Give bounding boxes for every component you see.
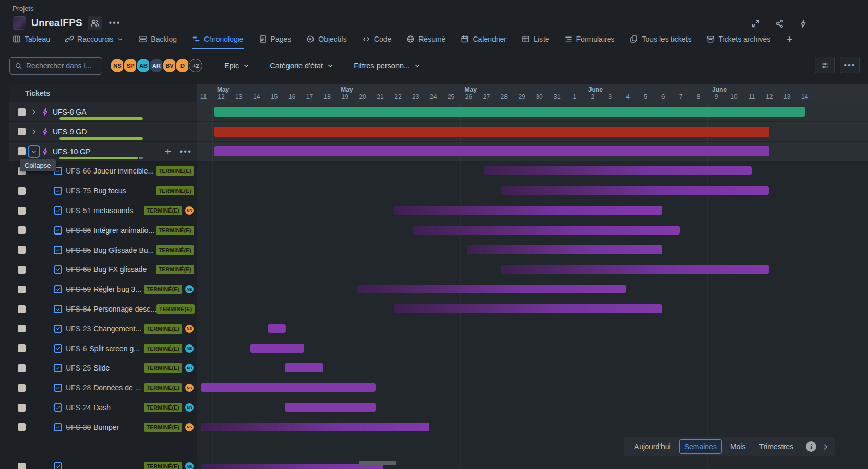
search-box[interactable] bbox=[9, 57, 102, 75]
task-title[interactable]: Bug focus bbox=[93, 187, 126, 195]
gantt-bar-ufs-84[interactable] bbox=[394, 304, 662, 313]
gantt-bar-ufs-30[interactable] bbox=[201, 423, 429, 431]
filter-avatar-overflow[interactable]: +2 bbox=[188, 58, 203, 73]
row-checkbox[interactable] bbox=[18, 266, 26, 274]
tab-code[interactable]: Code bbox=[362, 35, 391, 49]
assignee-avatar[interactable]: AB bbox=[185, 363, 194, 373]
assignee-avatar[interactable]: NS bbox=[185, 383, 194, 392]
info-icon[interactable]: i bbox=[806, 441, 816, 452]
automation-button[interactable] bbox=[796, 17, 811, 30]
today-button[interactable]: Aujourd'hui bbox=[629, 439, 676, 454]
filter-dropdown-epic[interactable]: Epic bbox=[224, 61, 250, 70]
tab-backlog[interactable]: Backlog bbox=[139, 35, 177, 49]
assignee-avatar[interactable]: AB bbox=[185, 403, 194, 412]
task-title[interactable]: metasounds bbox=[93, 206, 133, 215]
expand-toggle[interactable] bbox=[28, 106, 40, 118]
gantt-bar-ufs-75[interactable] bbox=[501, 186, 769, 195]
gantt-bar-ufs-25[interactable] bbox=[285, 363, 323, 372]
tab-formulaires[interactable]: Formulaires bbox=[564, 35, 615, 49]
row-checkbox[interactable] bbox=[18, 226, 26, 234]
fullscreen-button[interactable] bbox=[748, 17, 763, 30]
epic-label[interactable]: UFS-8 GA bbox=[53, 108, 87, 116]
gantt-bar-ufs-9-gd[interactable] bbox=[214, 127, 769, 137]
row-checkbox[interactable] bbox=[18, 325, 26, 332]
tab-tous-les-tickets[interactable]: Tous les tickets bbox=[630, 35, 691, 49]
epic-label[interactable]: UFS-9 GD bbox=[53, 128, 87, 136]
row-checkbox[interactable] bbox=[18, 463, 26, 469]
filter-dropdown-filtres-personn[interactable]: Filtres personn... bbox=[354, 61, 421, 70]
row-checkbox[interactable] bbox=[18, 207, 26, 215]
gantt-bar-ufs-8-ga[interactable] bbox=[214, 107, 805, 117]
more-options-button[interactable]: ••• bbox=[840, 57, 860, 73]
months-button[interactable]: Mois bbox=[725, 439, 751, 454]
horizontal-scrollbar-thumb[interactable] bbox=[359, 461, 396, 465]
add-tab-button[interactable] bbox=[786, 35, 793, 49]
gantt-bar-ufs-23[interactable] bbox=[268, 324, 286, 333]
task-title[interactable]: Bug Glissade Bu... bbox=[93, 246, 154, 254]
expand-toggle[interactable] bbox=[28, 126, 40, 138]
row-checkbox[interactable] bbox=[18, 108, 26, 116]
task-title[interactable]: Régler bug 3... bbox=[93, 285, 141, 293]
gantt-bar-ufs-28[interactable] bbox=[201, 383, 376, 392]
assignee-avatar[interactable]: NS bbox=[185, 324, 194, 334]
view-settings-button[interactable] bbox=[815, 57, 835, 73]
add-child-button[interactable]: + bbox=[165, 147, 171, 156]
gantt-bar-ufs-24[interactable] bbox=[285, 403, 376, 412]
search-input[interactable] bbox=[26, 61, 97, 70]
share-button[interactable] bbox=[772, 17, 787, 30]
task-title[interactable]: Bumper bbox=[93, 423, 119, 431]
tab-r-sum[interactable]: Résumé bbox=[406, 35, 445, 49]
gantt-bar-ufs-59[interactable] bbox=[357, 285, 626, 293]
task-title[interactable]: Données de ... bbox=[93, 384, 141, 392]
row-checkbox[interactable] bbox=[18, 344, 26, 352]
gantt-bar-ufs-85[interactable] bbox=[467, 245, 662, 254]
collapse-toggle[interactable] bbox=[28, 145, 40, 158]
project-members-button[interactable] bbox=[88, 16, 102, 30]
row-checkbox[interactable] bbox=[18, 384, 26, 392]
gantt-bar[interactable] bbox=[201, 464, 383, 469]
task-title[interactable]: Joueur invincible... bbox=[93, 167, 154, 175]
tab-chronologie[interactable]: Chronologie bbox=[192, 35, 244, 49]
row-checkbox[interactable] bbox=[18, 364, 26, 372]
row-checkbox[interactable] bbox=[18, 147, 26, 155]
task-title[interactable]: Slide bbox=[93, 364, 110, 372]
row-checkbox[interactable] bbox=[18, 423, 26, 431]
task-title[interactable]: Split screen g... bbox=[89, 344, 140, 353]
row-checkbox[interactable] bbox=[18, 246, 26, 254]
weeks-button[interactable]: Semaines bbox=[679, 439, 722, 454]
epic-label[interactable]: UFS-10 GP bbox=[53, 147, 90, 156]
row-checkbox[interactable] bbox=[18, 404, 26, 412]
assignee-avatar[interactable]: AB bbox=[185, 462, 194, 469]
assignee-avatar[interactable]: NS bbox=[185, 423, 194, 432]
tab-liste[interactable]: Liste bbox=[522, 35, 549, 49]
task-title[interactable]: Personnage desc... bbox=[93, 305, 156, 313]
task-title[interactable]: Intégrer animatio... bbox=[93, 226, 154, 234]
tab-pages[interactable]: Pages bbox=[259, 35, 292, 49]
project-more-button[interactable]: ••• bbox=[107, 16, 122, 30]
expand-controls-chevron[interactable] bbox=[822, 443, 829, 451]
quarters-button[interactable]: Trimestres bbox=[754, 439, 799, 454]
tab-calendrier[interactable]: Calendrier bbox=[461, 35, 507, 49]
row-checkbox[interactable] bbox=[18, 286, 26, 293]
assignee-avatar[interactable]: AB bbox=[185, 285, 194, 294]
tab-tickets-archiv-s[interactable]: Tickets archivés bbox=[706, 35, 770, 49]
gantt-bar-ufs-66[interactable] bbox=[484, 166, 752, 175]
row-checkbox[interactable] bbox=[18, 128, 26, 135]
task-title[interactable]: Changement... bbox=[93, 325, 141, 333]
tab-tableau[interactable]: Tableau bbox=[13, 35, 50, 49]
gantt-bar-ufs-86[interactable] bbox=[413, 226, 680, 234]
row-checkbox[interactable] bbox=[18, 187, 26, 195]
row-checkbox[interactable] bbox=[18, 305, 26, 313]
row-more-button[interactable]: ••• bbox=[179, 149, 192, 154]
task-title[interactable]: Bug FX glissade bbox=[93, 265, 147, 274]
gantt-bar-ufs-10-gp[interactable] bbox=[214, 146, 769, 156]
task-title[interactable]: Dash bbox=[93, 403, 111, 412]
gantt-bar-ufs-51[interactable] bbox=[394, 206, 662, 215]
assignee-avatar[interactable]: AB bbox=[185, 344, 194, 353]
tab-objectifs[interactable]: Objectifs bbox=[306, 35, 346, 49]
assignee-avatar[interactable]: NS bbox=[185, 206, 194, 215]
breadcrumb[interactable]: Projets bbox=[13, 5, 33, 13]
filter-dropdown-cat-gorie-d-tat[interactable]: Catégorie d'état bbox=[270, 61, 334, 70]
gantt-bar-ufs-6[interactable] bbox=[250, 344, 304, 353]
tab-raccourcis[interactable]: Raccourcis bbox=[65, 35, 124, 49]
